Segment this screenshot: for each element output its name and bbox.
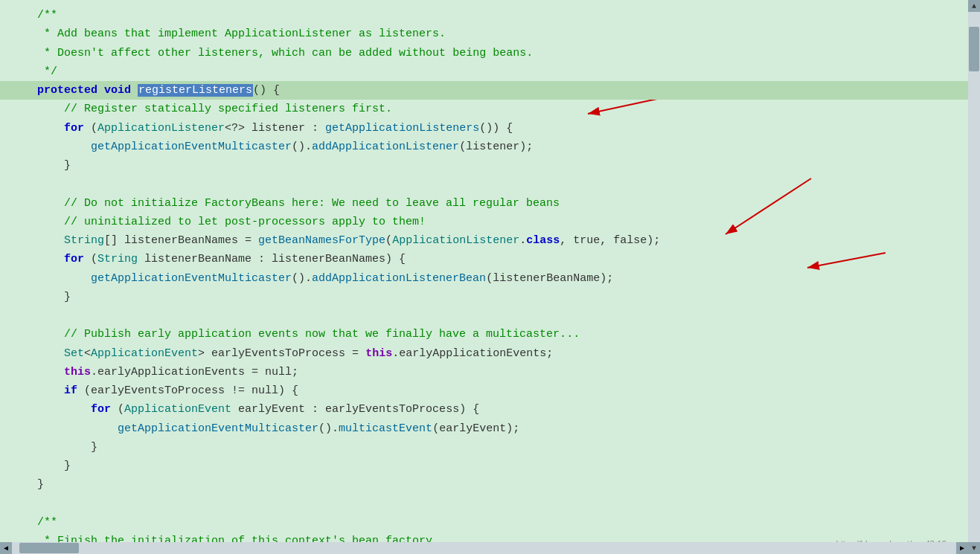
code-line-22: for (ApplicationEvent earlyEvent : early… [0,400,968,419]
scrollbar-track[interactable] [968,12,980,542]
scroll-left-button[interactable]: ◀ [0,542,12,554]
code-line-19: Set<ApplicationEvent> earlyEventsToProce… [0,344,968,363]
code-line-14: for (String listenerBeanName : listenerB… [0,250,968,268]
code-line-9: } [0,156,968,175]
code-line-26: } [0,475,968,494]
code-line-6: // Register statically specified listene… [0,100,968,118]
code-line-24: } [0,438,968,457]
code-line-18: // Publish early application events now … [0,325,968,344]
code-line-15: getApplicationEventMulticaster().addAppl… [0,269,968,288]
code-line-1: /** [0,6,968,25]
code-line-20: this.earlyApplicationEvents = null; [0,363,968,381]
code-editor: /** * Add beans that implement Applicati… [0,0,968,554]
scroll-up-button[interactable]: ▲ [968,0,980,12]
code-line-23: getApplicationEventMulticaster().multica… [0,419,968,438]
code-line-8: getApplicationEventMulticaster().addAppl… [0,138,968,156]
code-line-16: } [0,288,968,306]
code-line-7: for (ApplicationListener<?> listener : g… [0,119,968,138]
horizontal-scrollbar[interactable]: ◀ ▶ [0,542,968,554]
code-line-25: } [0,457,968,475]
h-scrollbar-track[interactable] [12,542,956,554]
code-line-21: if (earlyEventsToProcess != null) { [0,381,968,400]
code-line-12: // uninitialized to let post-processors … [0,213,968,231]
code-line-17 [0,306,968,325]
scroll-down-button[interactable]: ▼ [968,542,980,554]
vertical-scrollbar[interactable]: ▲ ▼ [968,0,980,554]
h-scrollbar-thumb[interactable] [19,543,79,553]
scroll-right-button[interactable]: ▶ [956,542,968,554]
code-line-2: * Add beans that implement ApplicationLi… [0,25,968,43]
scrollbar-thumb[interactable] [969,27,979,71]
code-line-27 [0,495,968,513]
code-line-28: /** [0,513,968,532]
code-line-4: */ [0,62,968,81]
code-line-11: // Do not initialize FactoryBeans here: … [0,194,968,213]
code-line-10 [0,175,968,193]
code-line-5: protected void registerListeners() { [0,81,968,100]
code-line-13: String[] listenerBeanNames = getBeanName… [0,231,968,250]
main-container: /** * Add beans that implement Applicati… [0,0,980,554]
code-line-3: * Doesn't affect other listeners, which … [0,44,968,62]
